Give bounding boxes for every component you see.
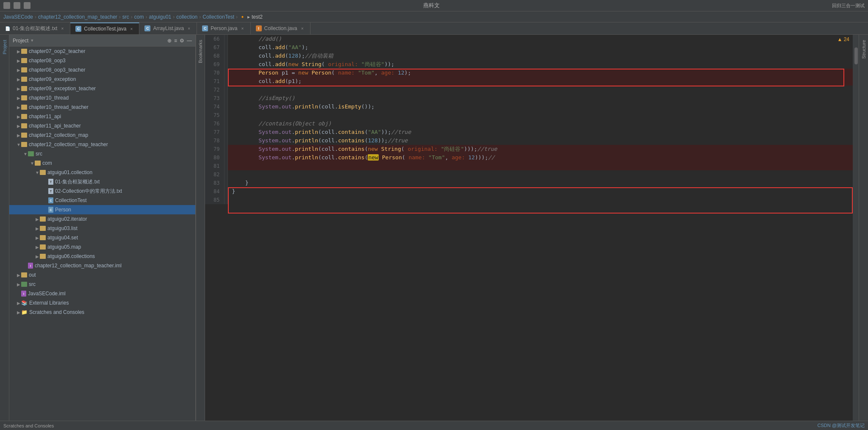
line-num-70: 70 [205, 69, 224, 77]
tree-item-com[interactable]: ▼ com [9, 158, 195, 168]
breadcrumb-collection[interactable]: collection [176, 14, 197, 20]
line-num-75: 75 [205, 111, 224, 119]
tab-collection-close[interactable]: × [300, 26, 305, 31]
tree-item-src-top[interactable]: ▶ src [9, 280, 195, 289]
code-line-75 [227, 111, 853, 119]
gutter-70 [224, 69, 227, 77]
line-num-78: 78 [205, 136, 224, 145]
folder-icon [40, 235, 46, 240]
gutter-77 [224, 128, 227, 136]
breadcrumb-chapter12[interactable]: chapter12_collection_map_teacher [38, 14, 117, 20]
code-line-84: } [227, 187, 853, 196]
tab-c-icon: C [75, 26, 81, 32]
code-scroll[interactable]: ▲ 24 66 //add() 67 [205, 35, 853, 421]
tree-item-chapter08b[interactable]: ▶ chapter08_oop3_teacher [9, 65, 195, 75]
code-line-80: System.out.println(coll.contains(new Per… [227, 153, 853, 162]
tree-item-ext-lib[interactable]: ▶ 📚 External Libraries [9, 298, 195, 308]
tab-txt-close[interactable]: × [60, 26, 65, 31]
code-line-78: System.out.println(coll.contains(128));/… [227, 136, 853, 145]
file-c-icon: C [48, 207, 53, 213]
code-row-85: 85 [205, 196, 853, 204]
tab-arraylist-close[interactable]: × [186, 26, 191, 31]
tree-arrow: ▶ [16, 58, 21, 63]
tab-arraylist-icon: C [144, 25, 150, 31]
tree-item-atguigu05[interactable]: ▶ atguigu05.map [9, 242, 195, 252]
scrollbar-thumb[interactable] [854, 47, 858, 64]
tree-item-chapter11b[interactable]: ▶ chapter11_api_teacher [9, 121, 195, 130]
breadcrumb-icon-method: 🔸 [239, 14, 246, 20]
folder-icon [21, 95, 27, 100]
tree-item-iml[interactable]: ▶ I chapter12_collection_map_teacher.iml [9, 261, 195, 270]
iml-icon: I [28, 263, 33, 269]
folder-icon [21, 282, 27, 287]
gutter-81 [224, 162, 227, 170]
tab-person[interactable]: C Person.java × [197, 22, 250, 34]
sidebar-tab-project[interactable]: Project [1, 36, 8, 58]
folder-icon [21, 77, 27, 82]
tree-item-atguigu03[interactable]: ▶ atguigu03.list [9, 224, 195, 233]
tree-item-chapter09b[interactable]: ▶ chapter09_exception_teacher [9, 84, 195, 93]
tree-item-chapter10b[interactable]: ▶ chapter10_thread_teacher [9, 103, 195, 112]
tree-item-javasecode-iml[interactable]: ▶ I JavaSECode.iml [9, 289, 195, 298]
tree-item-chapter12b[interactable]: ▼ chapter12_collection_map_teacher [9, 140, 195, 149]
tree-item-chapter12a[interactable]: ▶ chapter12_collection_map [9, 130, 195, 140]
close-panel-icon[interactable]: — [187, 38, 192, 44]
breadcrumb-collectiontest[interactable]: CollectionTest [202, 14, 234, 20]
file-txt-icon: T [48, 188, 53, 194]
line-num-74: 74 [205, 103, 224, 111]
tab-collection[interactable]: I Collection.java × [251, 22, 311, 34]
tree-item-file02[interactable]: ▶ T 02-Collection中的常用方法.txt [9, 186, 195, 196]
tree-item-person[interactable]: ▶ C Person [9, 205, 195, 214]
tree-item-src[interactable]: ▼ src [9, 149, 195, 158]
tree-arrow-open: ▼ [30, 161, 35, 166]
gutter-76 [224, 119, 227, 128]
code-line-81 [227, 162, 853, 170]
tree-arrow: ▶ [35, 244, 40, 250]
breadcrumb-com[interactable]: com [134, 14, 144, 20]
main-layout: Project Project ▾ ⊕ ≡ ⚙ — ▶ chapter07_o [0, 35, 868, 421]
tree-item-collectiontest[interactable]: ▶ C CollectionTest [9, 196, 195, 205]
code-row-82: 82 [205, 170, 853, 179]
tree-item-atguigu04[interactable]: ▶ atguigu04.set [9, 233, 195, 242]
tree-item-scratches[interactable]: ▶ 📁 Scratches and Consoles [9, 308, 195, 317]
tree-item-chapter07[interactable]: ▶ chapter07_oop2_teacher [9, 47, 195, 56]
tab-txt[interactable]: 📄 01-集合框架概述.txt × [0, 22, 70, 34]
project-header-dropdown[interactable]: ▾ [31, 38, 33, 43]
structure-label[interactable]: Structure [860, 36, 867, 62]
tab-collectiontest-label: CollectionTest.java [84, 26, 126, 32]
tree-item-out[interactable]: ▶ out [9, 270, 195, 280]
code-row-66: 66 //add() [205, 35, 853, 43]
tree-item-chapter11a[interactable]: ▶ chapter11_api [9, 112, 195, 121]
scroll-icon[interactable]: ≡ [174, 38, 177, 44]
fwd-icon[interactable] [24, 2, 31, 9]
breadcrumb-src[interactable]: src [122, 14, 129, 20]
project-panel: Project ▾ ⊕ ≡ ⚙ — ▶ chapter07_oop2_teach… [9, 35, 196, 421]
tab-arraylist[interactable]: C ArrayList.java × [139, 22, 197, 34]
tab-collectiontest[interactable]: C CollectionTest.java × [70, 22, 139, 34]
breadcrumb-javasecode[interactable]: JavaSECode [3, 14, 33, 20]
bookmarks-label[interactable]: Bookmarks [197, 36, 204, 67]
tree-item-chapter10a[interactable]: ▶ chapter10_thread [9, 93, 195, 103]
code-row-84: 84 } [205, 187, 853, 196]
add-icon[interactable]: ⊕ [167, 38, 172, 44]
tree-item-atguigu01[interactable]: ▼ atguigu01.collection [9, 168, 195, 177]
tab-person-icon: C [202, 25, 208, 31]
back-icon[interactable] [14, 2, 20, 9]
tab-collectiontest-close[interactable]: × [129, 26, 134, 31]
tab-txt-label: 01-集合框架概述.txt [13, 25, 57, 32]
tree-item-atguigu06[interactable]: ▶ atguigu06.collections [9, 252, 195, 261]
tree-item-chapter08a[interactable]: ▶ chapter08_oop3 [9, 56, 195, 65]
tree-arrow: ▶ [35, 226, 40, 231]
line-num-71: 71 [205, 77, 224, 86]
menu-icon[interactable] [3, 2, 10, 9]
folder-icon [21, 142, 27, 147]
tree-item-chapter09a[interactable]: ▶ chapter09_exception [9, 75, 195, 84]
tab-person-close[interactable]: × [240, 26, 245, 31]
tree-item-file01[interactable]: ▶ T 01-集合框架概述.txt [9, 177, 195, 186]
tree-item-atguigu02[interactable]: ▶ atguigu02.iterator [9, 214, 195, 224]
tree-arrow: ▶ [16, 95, 21, 100]
code-line-73: //isEmpty() [227, 94, 853, 103]
breadcrumb-atguigu01[interactable]: atguigu01 [149, 14, 172, 20]
settings-icon[interactable]: ⚙ [180, 38, 184, 44]
structure-sidebar: Structure [859, 35, 868, 421]
